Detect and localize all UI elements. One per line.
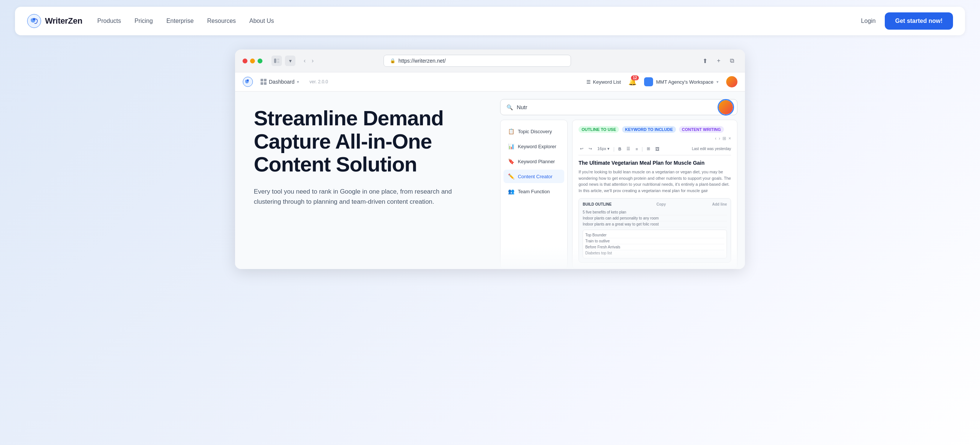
nav-products[interactable]: Products (97, 18, 121, 24)
app-topbar-right: ☰ Keyword List 🔔 12 MMT Agency's Workspa… (586, 76, 737, 88)
table-button[interactable]: ⊞ (645, 145, 652, 152)
nav-resources[interactable]: Resources (207, 18, 236, 24)
login-link[interactable]: Login (861, 18, 876, 24)
nav-right: Login Get started now! (861, 13, 953, 30)
bold-button[interactable]: B (617, 146, 623, 152)
logo-link[interactable]: WriterZen (27, 14, 83, 28)
dropdown-chevron-icon: ▾ (297, 80, 299, 85)
hero-section: ▾ ‹ › 🔒 https://writerzen.net/ ⬆ + ⧉ (0, 42, 980, 269)
maximize-dot[interactable] (258, 59, 262, 64)
nav-pricing[interactable]: Pricing (135, 18, 153, 24)
editor-action-3[interactable]: ⊞ (722, 136, 726, 141)
outline-copy-button[interactable]: Copy (657, 202, 666, 206)
image-button[interactable]: 🖼 (654, 146, 661, 152)
share-button[interactable]: ⬆ (700, 56, 710, 66)
svg-point-6 (247, 80, 249, 81)
outline-header: BUILD OUTLINE Copy Add line (582, 202, 727, 206)
app-content: Streamline Demand Capture All-in-One Con… (235, 92, 745, 269)
sidebar-label-content-creator: Content Creator (518, 174, 553, 179)
hero-title: Streamline Demand Capture All-in-One Con… (254, 107, 481, 176)
sidebar-label-team-function: Team Function (518, 189, 550, 195)
svg-rect-7 (261, 79, 263, 81)
last-edit-badge: Last edit was yesterday (692, 147, 732, 151)
editor-toolbar: ↩ ↪ 16px ▾ | B ☰ ≡ | ⊞ 🖼 Last edit was y… (579, 145, 731, 155)
outline-card-item-4: Diabetes top list (585, 250, 724, 256)
font-size-selector[interactable]: 16px ▾ (596, 145, 611, 152)
sep-1: | (613, 146, 614, 152)
nav-enterprise[interactable]: Enterprise (167, 18, 194, 24)
notification-badge: 12 (631, 75, 639, 80)
forward-button[interactable]: › (309, 56, 316, 65)
article-title[interactable]: The Ultimate Vegetarian Meal Plan for Mu… (579, 160, 731, 166)
app-panels: 📋 Topic Discovery 📊 Keyword Explorer 🔖 K… (500, 120, 737, 269)
outline-card: Top Bounder Train to outlive Before Fres… (582, 230, 727, 258)
minimize-dot[interactable] (250, 59, 255, 64)
app-version: ver. 2.0.0 (310, 79, 328, 85)
search-bar[interactable]: 🔍 Nutr (500, 99, 737, 115)
keyword-list-button[interactable]: ☰ Keyword List (586, 79, 621, 85)
team-function-icon: 👥 (508, 188, 514, 195)
writing-tag: CONTENT WRITING (679, 126, 724, 133)
outline-add-button[interactable]: Add line (712, 202, 727, 206)
sidebar-item-keyword-planner[interactable]: 🔖 Keyword Planner (503, 155, 564, 168)
hero-text-area: Streamline Demand Capture All-in-One Con… (235, 92, 500, 269)
outline-card-item-3: Before Fresh Arrivals (585, 244, 724, 250)
lock-icon: 🔒 (390, 58, 396, 64)
editor-action-1[interactable]: ‹ (715, 136, 716, 141)
redo-button[interactable]: ↪ (587, 145, 593, 152)
browser-actions: ⬆ + ⧉ (700, 56, 737, 66)
outline-card-item-1: Top Bounder (585, 232, 724, 238)
cursor-avatar (719, 100, 733, 115)
content-creator-icon: ✏️ (508, 173, 514, 179)
keyword-list-label: Keyword List (593, 79, 621, 85)
new-tab-button[interactable]: + (713, 56, 724, 66)
search-text: Nutr (517, 104, 527, 110)
user-avatar[interactable] (726, 76, 737, 88)
workspace-icon (644, 77, 653, 86)
nav-about[interactable]: About Us (249, 18, 274, 24)
editor-tags: OUTLINE TO USE KEYWORD TO INCLUDE CONTEN… (579, 126, 731, 141)
close-dot[interactable] (243, 59, 247, 64)
notification-button[interactable]: 🔔 12 (628, 78, 636, 86)
browser-expand-button[interactable]: ▾ (285, 56, 296, 66)
sidebar-item-team-function[interactable]: 👥 Team Function (503, 185, 564, 198)
outline-item-2: Indoor plants can add personality to any… (582, 215, 727, 222)
undo-button[interactable]: ↩ (579, 145, 585, 152)
search-icon: 🔍 (506, 104, 513, 110)
app-logo-icon (243, 77, 253, 87)
list-button[interactable]: ☰ (625, 145, 632, 152)
outline-title: BUILD OUTLINE (582, 202, 611, 206)
svg-rect-2 (274, 59, 276, 63)
windows-button[interactable]: ⧉ (727, 56, 737, 66)
ordered-list-button[interactable]: ≡ (634, 146, 639, 152)
left-nav-panel: 📋 Topic Discovery 📊 Keyword Explorer 🔖 K… (500, 120, 568, 269)
browser-mockup: ▾ ‹ › 🔒 https://writerzen.net/ ⬆ + ⧉ (235, 49, 745, 269)
sidebar-toggle-button[interactable] (271, 56, 282, 66)
topic-discovery-icon: 📋 (508, 128, 514, 134)
sidebar-label-keyword-planner: Keyword Planner (518, 159, 555, 164)
outline-item-3: Indoor plants are a great way to get fol… (582, 222, 727, 227)
svg-rect-9 (261, 82, 263, 85)
dashboard-button[interactable]: Dashboard ▾ (261, 79, 299, 85)
sidebar-item-keyword-explorer[interactable]: 📊 Keyword Explorer (503, 140, 564, 153)
svg-rect-10 (264, 82, 267, 85)
app-right-panel: 🔍 Nutr 📋 Topic Discovery (500, 92, 745, 269)
address-bar[interactable]: 🔒 https://writerzen.net/ (383, 55, 571, 67)
get-started-button[interactable]: Get started now! (885, 13, 953, 30)
build-outline-area: BUILD OUTLINE Copy Add line 5 five benef… (579, 198, 731, 263)
outline-card-item-2: Train to outlive (585, 238, 724, 244)
sidebar-label-topic-discovery: Topic Discovery (518, 129, 552, 134)
article-body[interactable]: If you're looking to build lean muscle o… (579, 169, 731, 194)
sidebar-item-topic-discovery[interactable]: 📋 Topic Discovery (503, 124, 564, 138)
keyword-planner-icon: 🔖 (508, 158, 514, 164)
editor-panel: OUTLINE TO USE KEYWORD TO INCLUDE CONTEN… (572, 120, 737, 269)
back-button[interactable]: ‹ (301, 56, 308, 65)
workspace-selector[interactable]: MMT Agency's Workspace ▾ (644, 77, 719, 86)
editor-action-4[interactable]: × (729, 136, 731, 141)
writerzen-logo-icon (27, 14, 41, 28)
dashboard-label: Dashboard (269, 79, 295, 85)
build-outline-panel: BUILD OUTLINE Copy Add line 5 five benef… (579, 198, 731, 263)
editor-action-2[interactable]: › (719, 136, 720, 141)
sidebar-item-content-creator[interactable]: ✏️ Content Creator (503, 170, 564, 183)
hero-subtitle: Every tool you need to rank in Google in… (254, 187, 464, 207)
